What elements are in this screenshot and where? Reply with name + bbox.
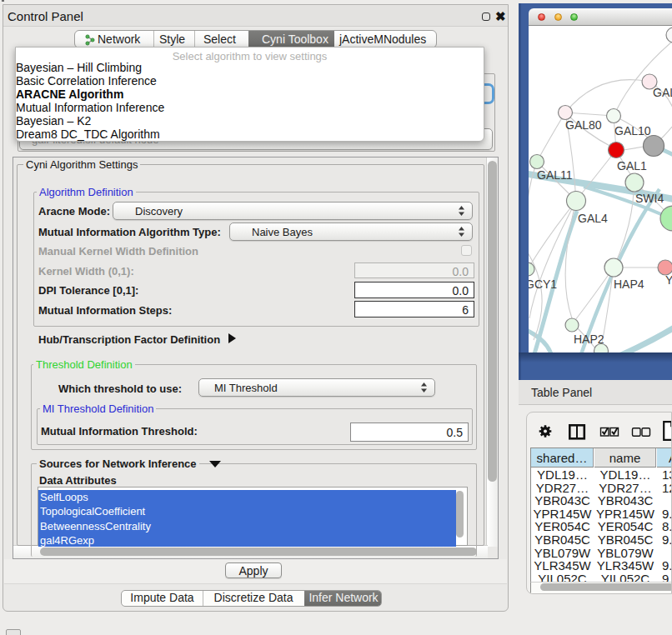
svg-text:HAP2: HAP2 bbox=[574, 332, 604, 346]
svg-text:GAL4: GAL4 bbox=[578, 212, 608, 225]
svg-text:GAL10: GAL10 bbox=[614, 124, 651, 138]
svg-text:GAL: GAL bbox=[653, 86, 672, 99]
svg-text:Y: Y bbox=[665, 273, 672, 287]
svg-text:GCY1: GCY1 bbox=[529, 278, 557, 291]
svg-text:GAL11: GAL11 bbox=[537, 168, 573, 182]
svg-text:SWI4: SWI4 bbox=[635, 192, 664, 205]
svg-text:GAL1: GAL1 bbox=[617, 159, 647, 172]
svg-text:GAL80: GAL80 bbox=[565, 118, 602, 132]
svg-text:HAP4: HAP4 bbox=[614, 278, 644, 291]
